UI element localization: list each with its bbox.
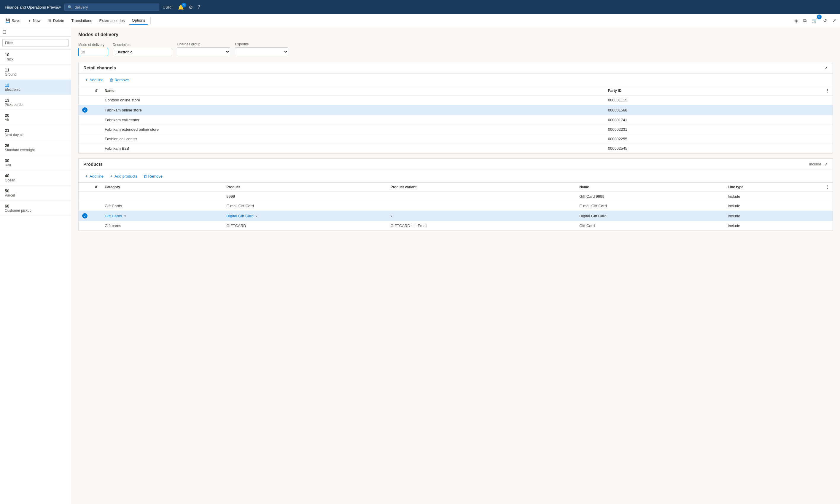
cart-icon[interactable]: 🛒 0	[810, 16, 819, 25]
delete-label: Delete	[53, 18, 64, 23]
variant-dropdown[interactable]: ∨	[390, 214, 572, 218]
sidebar-item-11[interactable]: 11 Ground	[0, 65, 71, 80]
category-dropdown[interactable]: Gift Cards∨	[105, 214, 219, 218]
options-button[interactable]: Options	[129, 17, 148, 24]
variant-text: GIFTCARD : : : Email	[390, 223, 427, 228]
sidebar-item-10[interactable]: 10 Truck	[0, 50, 71, 65]
products-remove-label: Remove	[148, 174, 163, 179]
table-row[interactable]: ✓ Fabrikam online store 000001568	[78, 105, 833, 115]
diamond-icon[interactable]: ◈	[793, 16, 799, 25]
mode-of-delivery-input[interactable]	[78, 48, 108, 56]
products-add-line-icon: ＋	[85, 174, 88, 179]
table-row[interactable]: ✓ Gift Cards∨ Digital Gift Card∨ ∨ Digit…	[78, 211, 833, 221]
products-toolbar: ＋ Add line ＋ Add products 🗑 Remove	[78, 170, 833, 183]
products-remove-icon: 🗑	[143, 174, 147, 179]
settings-icon[interactable]: ⚙	[189, 4, 193, 10]
user-label: USRT	[163, 5, 173, 10]
notification-icon[interactable]: 🔔 4	[178, 4, 184, 10]
description-input[interactable]	[113, 48, 172, 56]
row-radio[interactable]	[78, 95, 91, 105]
sidebar-item-40[interactable]: 40 Ocean	[0, 170, 71, 185]
sidebar-item-name: Standard overnight	[5, 148, 66, 152]
prod-col-linetype: Line type	[724, 183, 822, 192]
products-add-products-label: Add products	[114, 174, 137, 179]
prod-col-product: Product	[223, 183, 387, 192]
table-row[interactable]: Contoso online store 000001115	[78, 95, 833, 105]
new-button[interactable]: ＋ New	[24, 17, 43, 25]
retail-add-line-button[interactable]: ＋ Add line	[83, 76, 105, 84]
sidebar-item-name: Air	[5, 118, 66, 122]
table-row[interactable]: Fabrikam extended online store 000002231	[78, 125, 833, 134]
row-radio[interactable]	[78, 144, 91, 153]
products-add-products-button[interactable]: ＋ Add products	[108, 172, 139, 180]
table-row[interactable]: Gift cards GIFTCARD GIFTCARD : : : Email…	[78, 221, 833, 231]
row-radio[interactable]: ✓	[78, 211, 91, 221]
products-header[interactable]: Products Include ∧	[78, 159, 833, 170]
retail-channels-header[interactable]: Retail channels ∧	[78, 62, 833, 73]
row-radio[interactable]	[78, 115, 91, 125]
products-remove-button[interactable]: 🗑 Remove	[142, 173, 164, 180]
refresh-icon[interactable]: ↺	[822, 16, 828, 25]
external-codes-button[interactable]: External codes	[96, 17, 128, 24]
filter-icon[interactable]: ⊟	[2, 29, 6, 35]
delete-icon: 🗑	[48, 18, 52, 23]
row-name: Fabrikam extended online store	[101, 125, 605, 134]
row-party-id: 000002545	[605, 144, 822, 153]
sidebar-item-num: 20	[5, 113, 66, 118]
pages-icon[interactable]: ⧉	[802, 17, 808, 25]
expand-icon[interactable]: ⤢	[831, 16, 838, 25]
row-refresh	[91, 221, 101, 231]
translations-button[interactable]: Translations	[68, 17, 95, 24]
search-box[interactable]: 🔍 delivery	[64, 3, 159, 11]
page-title: Modes of delivery	[78, 32, 833, 37]
save-button[interactable]: 💾 Save	[2, 17, 23, 24]
row-refresh	[91, 144, 101, 153]
row-radio[interactable]	[78, 221, 91, 231]
sidebar-item-num: 40	[5, 174, 66, 178]
row-more	[822, 201, 833, 211]
table-row[interactable]: Fashion call center 000002255	[78, 134, 833, 144]
sidebar-item-30[interactable]: 30 Rail	[0, 155, 71, 170]
sidebar-item-13[interactable]: 13 Pickuporder	[0, 95, 71, 110]
row-radio[interactable]	[78, 192, 91, 201]
retail-remove-button[interactable]: 🗑 Remove	[108, 76, 130, 83]
expedite-select[interactable]	[235, 48, 288, 56]
app-title: Finance and Operations Preview	[5, 5, 61, 10]
sidebar-item-21[interactable]: 21 Next day air	[0, 125, 71, 140]
help-icon[interactable]: ?	[198, 4, 200, 10]
sidebar-item-20[interactable]: 20 Air	[0, 110, 71, 125]
sidebar-item-name: Parcel	[5, 193, 66, 197]
retail-col-radio	[78, 86, 91, 95]
prod-col-refresh: ↺	[91, 183, 101, 192]
table-row[interactable]: Gift Cards E-mail Gift Card E-mail Gift …	[78, 201, 833, 211]
row-product: 9999	[223, 192, 387, 201]
row-radio[interactable]: ✓	[78, 105, 91, 115]
row-variant	[387, 192, 576, 201]
check-circle: ✓	[82, 107, 88, 113]
row-name: Gift Card	[576, 221, 724, 231]
row-linetype: Include	[724, 221, 822, 231]
row-radio[interactable]	[78, 125, 91, 134]
product-dropdown[interactable]: Digital Gift Card∨	[226, 214, 383, 218]
row-radio[interactable]	[78, 134, 91, 144]
table-row[interactable]: 9999 Gift Card 9999 Include	[78, 192, 833, 201]
row-variant: ∨	[387, 211, 576, 221]
charges-group-select[interactable]	[177, 48, 230, 56]
sidebar-item-26[interactable]: 26 Standard overnight	[0, 140, 71, 155]
row-refresh	[91, 115, 101, 125]
sidebar-item-name: Rail	[5, 163, 66, 167]
products-add-line-button[interactable]: ＋ Add line	[83, 172, 105, 180]
sidebar-filter-input[interactable]	[2, 39, 69, 47]
table-row[interactable]: Fabrikam call center 000001741	[78, 115, 833, 125]
row-radio[interactable]	[78, 201, 91, 211]
sidebar-item-12[interactable]: 12 Electronic	[0, 80, 71, 95]
sidebar-item-num: 26	[5, 143, 66, 148]
retail-add-label: Add line	[90, 78, 104, 82]
sidebar-item-num: 30	[5, 158, 66, 163]
retail-col-refresh: ↺	[91, 86, 101, 95]
retail-col-name: Name	[101, 86, 605, 95]
sidebar-item-60[interactable]: 60 Customer pickup	[0, 201, 71, 216]
sidebar-item-50[interactable]: 50 Parcel	[0, 185, 71, 201]
table-row[interactable]: Fabrikam B2B 000002545	[78, 144, 833, 153]
delete-button[interactable]: 🗑 Delete	[45, 17, 67, 24]
